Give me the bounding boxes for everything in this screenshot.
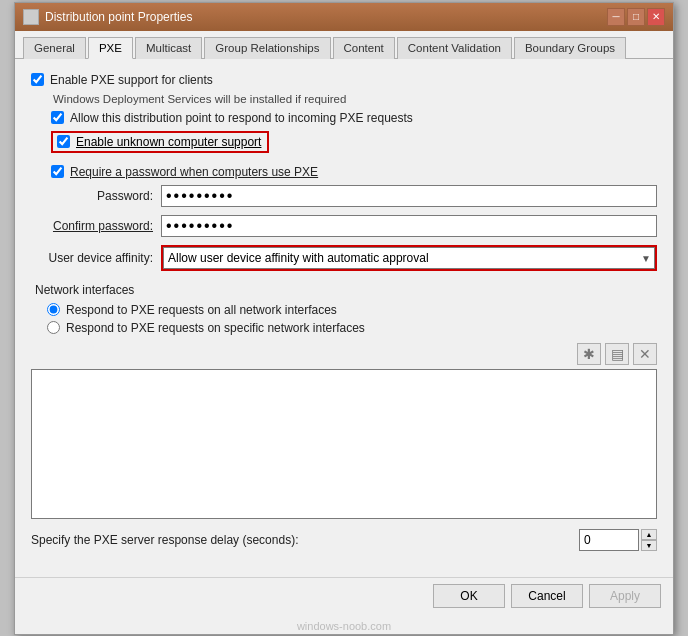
- minimize-button[interactable]: ─: [607, 8, 625, 26]
- tab-general[interactable]: General: [23, 37, 86, 59]
- delay-row: Specify the PXE server response delay (s…: [31, 529, 657, 551]
- titlebar-controls: ─ □ ✕: [607, 8, 665, 26]
- maximize-button[interactable]: □: [627, 8, 645, 26]
- radio-all-interfaces-label[interactable]: Respond to PXE requests on all network i…: [66, 303, 337, 317]
- network-interfaces-label: Network interfaces: [35, 283, 657, 297]
- radio-all-interfaces[interactable]: [47, 303, 60, 316]
- wds-info-text: Windows Deployment Services will be inst…: [53, 93, 657, 105]
- delay-label: Specify the PXE server response delay (s…: [31, 533, 579, 547]
- enable-unknown-checkbox[interactable]: [57, 135, 70, 148]
- window-title: Distribution point Properties: [45, 10, 192, 24]
- enable-unknown-label[interactable]: Enable unknown computer support: [76, 135, 261, 149]
- delete-button[interactable]: ✕: [633, 343, 657, 365]
- titlebar-left: Distribution point Properties: [23, 9, 192, 25]
- radio-specific-interfaces-row: Respond to PXE requests on specific netw…: [47, 321, 657, 335]
- user-device-affinity-wrapper: Do not use user device affinity Allow us…: [161, 245, 657, 271]
- allow-respond-row: Allow this distribution point to respond…: [51, 111, 657, 125]
- require-password-label[interactable]: Require a password when computers use PX…: [70, 165, 318, 179]
- cancel-button[interactable]: Cancel: [511, 584, 583, 608]
- listbox-toolbar: ✱ ▤ ✕: [31, 343, 657, 365]
- app-icon: [23, 9, 39, 25]
- tab-group-relationships[interactable]: Group Relationships: [204, 37, 330, 59]
- allow-respond-checkbox[interactable]: [51, 111, 64, 124]
- tab-pxe[interactable]: PXE: [88, 37, 133, 59]
- spin-up-button[interactable]: ▲: [641, 529, 657, 540]
- user-device-affinity-select[interactable]: Do not use user device affinity Allow us…: [163, 247, 655, 269]
- footer: OK Cancel Apply: [15, 577, 673, 618]
- radio-specific-interfaces[interactable]: [47, 321, 60, 334]
- watermark: windows-noob.com: [15, 618, 673, 634]
- radio-specific-interfaces-label[interactable]: Respond to PXE requests on specific netw…: [66, 321, 365, 335]
- enable-unknown-highlighted-row: Enable unknown computer support: [51, 131, 269, 153]
- tab-content[interactable]: Content: [333, 37, 395, 59]
- user-device-affinity-label: User device affinity:: [31, 251, 161, 265]
- tab-content-validation[interactable]: Content Validation: [397, 37, 512, 59]
- delay-input[interactable]: [579, 529, 639, 551]
- radio-all-interfaces-row: Respond to PXE requests on all network i…: [47, 303, 657, 317]
- apply-button[interactable]: Apply: [589, 584, 661, 608]
- require-password-row: Require a password when computers use PX…: [51, 165, 657, 179]
- pxe-content: Enable PXE support for clients Windows D…: [15, 59, 673, 577]
- titlebar: Distribution point Properties ─ □ ✕: [15, 3, 673, 31]
- spin-down-button[interactable]: ▼: [641, 540, 657, 551]
- enable-pxe-row: Enable PXE support for clients: [31, 73, 657, 87]
- allow-respond-label[interactable]: Allow this distribution point to respond…: [70, 111, 413, 125]
- interfaces-list[interactable]: [31, 369, 657, 519]
- window: Distribution point Properties ─ □ ✕ Gene…: [14, 2, 674, 635]
- edit-button[interactable]: ▤: [605, 343, 629, 365]
- delay-input-wrapper: ▲ ▼: [579, 529, 657, 551]
- confirm-password-input[interactable]: [161, 215, 657, 237]
- tab-multicast[interactable]: Multicast: [135, 37, 202, 59]
- close-button[interactable]: ✕: [647, 8, 665, 26]
- tab-bar: General PXE Multicast Group Relationship…: [15, 31, 673, 59]
- delay-spinner: ▲ ▼: [641, 529, 657, 551]
- add-button[interactable]: ✱: [577, 343, 601, 365]
- require-password-checkbox[interactable]: [51, 165, 64, 178]
- enable-pxe-checkbox[interactable]: [31, 73, 44, 86]
- password-row: Password:: [31, 185, 657, 207]
- user-device-affinity-row: User device affinity: Do not use user de…: [31, 245, 657, 271]
- network-interfaces-section: Network interfaces Respond to PXE reques…: [31, 283, 657, 335]
- confirm-password-row: Confirm password:: [31, 215, 657, 237]
- tab-boundary-groups[interactable]: Boundary Groups: [514, 37, 626, 59]
- confirm-password-label: Confirm password:: [31, 219, 161, 233]
- password-input[interactable]: [161, 185, 657, 207]
- enable-pxe-label[interactable]: Enable PXE support for clients: [50, 73, 213, 87]
- ok-button[interactable]: OK: [433, 584, 505, 608]
- password-label: Password:: [31, 189, 161, 203]
